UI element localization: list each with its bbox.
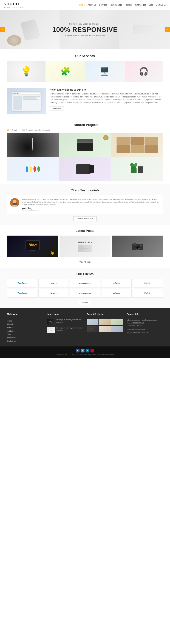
services-section: Our Services 💡 🧩 🖥️ 🎧 xyxy=(0,49,170,86)
hero-deco-right xyxy=(119,10,170,49)
filter-webdesign[interactable]: Web Desining xyxy=(22,129,33,131)
footer-link-portfolio[interactable]: Portfolio xyxy=(7,330,43,332)
services-title: Our Services xyxy=(7,54,163,58)
services-grid: 💡 🧩 🖥️ 🎧 xyxy=(7,61,163,82)
footer-news-meta-1: Read more xyxy=(56,322,63,323)
fp-2[interactable] xyxy=(99,319,111,325)
portfolio-item-2[interactable] xyxy=(59,133,111,157)
portfolio-filter: All | Branding | Web Desining | Web Deve… xyxy=(7,129,163,131)
svg-point-12 xyxy=(136,246,137,247)
footer-news-text-2: Lorem ipsum is simply dummy text of Read… xyxy=(56,327,82,332)
nav-about[interactable]: About Us xyxy=(88,4,96,6)
contact-fax: Fax: +91 543 465 111 xyxy=(127,324,163,327)
svg-rect-6 xyxy=(13,204,17,205)
footer-link-contact[interactable]: Contact Us xyxy=(7,340,43,342)
filter-all[interactable]: All xyxy=(7,129,9,131)
portfolio-item-5[interactable] xyxy=(59,157,111,181)
filter-sep-1: | xyxy=(11,129,11,131)
fp-1[interactable] xyxy=(87,319,99,325)
about-section: Hello! and Welcome to our site Lorem ips… xyxy=(0,86,170,119)
footer-menu-title: Main Menu xyxy=(7,313,18,317)
post-card-2[interactable]: SERVE-FLY xyxy=(59,236,111,257)
footer-menu-list: Home About Us Services Portfolio Blog Sh… xyxy=(7,320,43,342)
testimonials-btn-container: View All Testimonials xyxy=(7,216,163,221)
nav-services[interactable]: Services xyxy=(99,4,107,6)
portfolio-item-1[interactable] xyxy=(7,133,59,157)
portfolio-title: Featured Projects xyxy=(7,123,163,127)
fp-5[interactable] xyxy=(99,326,111,332)
camera-icon xyxy=(131,242,144,251)
nav-testimonials[interactable]: Testimonials xyxy=(110,4,122,6)
latest-posts-title: Latest Posts xyxy=(7,229,163,233)
nav-blog[interactable]: Blog xyxy=(149,4,153,6)
client-bb-1: bbPress xyxy=(101,279,132,288)
filter-webdev[interactable]: Web Development xyxy=(35,129,50,131)
footer-contact-address: Office No: 200-400, Formilla Town 27 279… xyxy=(127,319,163,334)
post-card-3[interactable] xyxy=(112,236,163,257)
footer-contact: Contact Info Office No: 200-400, Formill… xyxy=(127,313,163,343)
devices-icon: 🖥️ xyxy=(100,67,109,76)
view-all-clients-button[interactable]: View All xyxy=(79,300,92,305)
footer-link-services[interactable]: Services xyxy=(7,326,43,329)
woo-logo-2: WooCommerce xyxy=(79,292,91,294)
mysql-logo-1: MySQL xyxy=(144,282,151,284)
portfolio-item-4[interactable] xyxy=(7,157,59,181)
service-card-2: 🧩 xyxy=(46,61,85,82)
logo-title: SHUDH xyxy=(4,2,24,6)
post-card-1[interactable]: blog 👆 xyxy=(7,236,58,257)
portfolio-item-3[interactable] xyxy=(111,133,163,157)
pinterest-icon: p xyxy=(92,350,93,352)
footer-news-link-1[interactable]: Lorem ipsum is simply dummy text xyxy=(56,319,80,321)
hero-content: Retina Ready Graphics and Logo 100% RESP… xyxy=(52,23,118,36)
portfolio-item-6[interactable] xyxy=(111,157,163,181)
client-woo-1: WooCommerce xyxy=(70,279,100,288)
footer-link-about[interactable]: About Us xyxy=(7,323,43,326)
service-card-3: 🖥️ xyxy=(85,61,124,82)
fp-3[interactable] xyxy=(111,319,123,325)
social-linkedin[interactable]: in xyxy=(86,348,90,352)
about-read-more[interactable]: Read More xyxy=(50,106,64,111)
social-icons-row: f t in p xyxy=(7,348,163,352)
hero-prev-arrow[interactable]: ‹ xyxy=(0,27,5,32)
nav-shortcodes[interactable]: Shortcodes xyxy=(135,4,146,6)
footer-news-text-1: Lorem ipsum is simply dummy text Read mo… xyxy=(56,319,80,324)
clients-row-2: WordPress jQuery WooCommerce bbPress MyS… xyxy=(7,289,163,298)
linkedin-icon: in xyxy=(87,350,88,352)
footer-news-link-2[interactable]: Lorem ipsum is simply dummy text of xyxy=(56,327,82,329)
fp-6[interactable] xyxy=(111,326,123,332)
nav-portfolio[interactable]: Portfolio xyxy=(125,4,132,6)
bb-logo-1: bbPress xyxy=(113,282,120,284)
facebook-icon: f xyxy=(77,350,78,352)
clients-title: Our Clients xyxy=(7,272,163,276)
hero-next-arrow[interactable]: › xyxy=(165,27,170,32)
portfolio-section: Featured Projects All | Branding | Web D… xyxy=(0,119,170,184)
client-woo-2: WooCommerce xyxy=(70,289,100,298)
view-all-testimonials-button[interactable]: View All Testimonials xyxy=(73,216,97,221)
filter-branding[interactable]: Branding xyxy=(12,129,19,131)
hero-description: Adaptive Theme Design for Tablets and Mo… xyxy=(52,34,118,36)
footer-latest-news: Latest News blog Lorem ipsum is simply d… xyxy=(47,313,83,343)
filter-sep-2: | xyxy=(20,129,21,131)
footer-main-menu: Main Menu Home About Us Services Portfol… xyxy=(7,313,43,343)
social-twitter[interactable]: t xyxy=(80,348,84,352)
testimonials-title: Client Testimonials xyxy=(7,188,163,192)
hand-cursor-icon: 👆 xyxy=(50,250,55,255)
view-all-posts-button[interactable]: View All Posts xyxy=(76,260,94,264)
posts-grid: blog 👆 SERVE-FLY xyxy=(7,236,163,257)
footer-link-shortcodes[interactable]: Shortcodes xyxy=(7,336,43,339)
footer-link-blog[interactable]: Blog xyxy=(7,333,43,336)
svg-point-4 xyxy=(13,200,17,204)
footer-news-thumb-2: img xyxy=(47,327,55,333)
social-pinterest[interactable]: p xyxy=(91,348,94,352)
main-nav: Home About Us Services Testimonials Port… xyxy=(79,4,166,6)
footer-news-title: Latest News xyxy=(47,313,59,317)
nav-contact[interactable]: Contact Us xyxy=(156,4,166,6)
posts-btn-container: View All Posts xyxy=(7,260,163,264)
footer-link-home[interactable]: Home xyxy=(7,320,43,322)
footer-projects-grid: blog xyxy=(87,319,123,332)
client-wordpress-2: WordPress xyxy=(7,289,37,298)
nav-home[interactable]: Home xyxy=(79,4,85,6)
site-header: SHUDH Just another WordPress site Home A… xyxy=(0,0,170,10)
social-facebook[interactable]: f xyxy=(76,348,79,352)
fp-4[interactable]: blog xyxy=(87,326,99,332)
